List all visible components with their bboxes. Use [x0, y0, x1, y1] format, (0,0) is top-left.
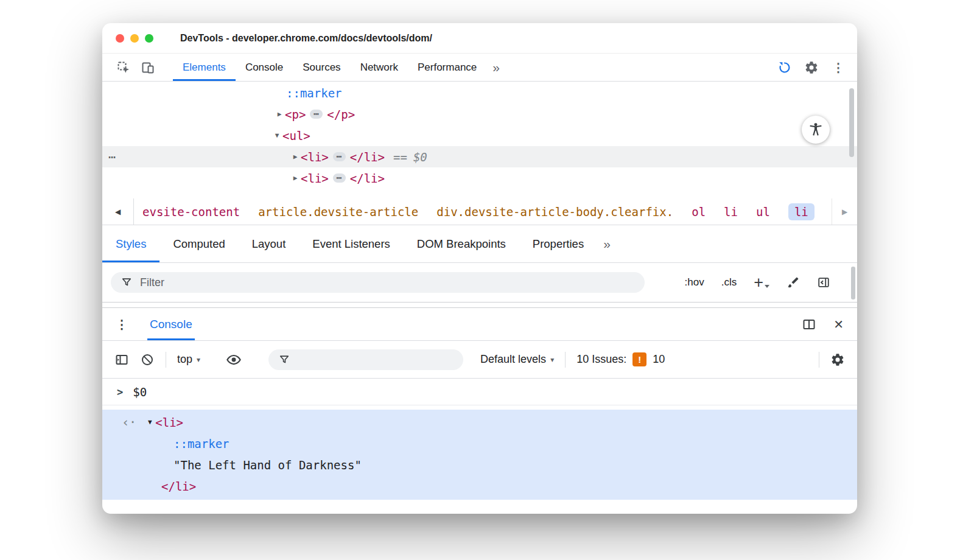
inspect-element-icon[interactable] — [113, 57, 134, 78]
accessibility-person-icon[interactable] — [802, 116, 830, 144]
console-settings-gear-icon[interactable] — [830, 352, 845, 367]
tab-event-listeners[interactable]: Event Listeners — [299, 225, 404, 262]
result-tag-open-li: <li> — [155, 416, 183, 429]
chevron-down-icon: ▾ — [197, 355, 200, 364]
tree-row-ul[interactable]: ▼ <ul> — [102, 125, 857, 146]
context-selector[interactable]: top ▾ — [177, 353, 200, 366]
expand-arrow-icon[interactable]: ▶ — [290, 174, 301, 182]
divider — [819, 352, 819, 368]
console-sidebar-icon[interactable] — [114, 352, 129, 367]
sync-icon[interactable] — [774, 57, 795, 78]
tag-open-p: <p> — [285, 108, 306, 121]
tab-performance[interactable]: Performance — [408, 54, 486, 81]
breadcrumb-item-li[interactable]: li — [724, 205, 738, 219]
inline-expand-button[interactable]: ⋯ — [333, 173, 346, 183]
device-toolbar-icon[interactable] — [138, 57, 158, 78]
tab-computed[interactable]: Computed — [159, 225, 238, 262]
breadcrumb-back-button[interactable]: ◀ — [102, 198, 134, 225]
tab-dom-breakpoints[interactable]: DOM Breakpoints — [404, 225, 519, 262]
more-panels-button[interactable]: » — [486, 60, 506, 75]
drawer-header: ⋮ Console ✕ — [102, 308, 857, 341]
breadcrumb-item-devsite-content[interactable]: evsite-content — [142, 205, 240, 219]
elements-scrollbar[interactable] — [849, 88, 854, 157]
styles-actions: :hov .cls + — [685, 276, 830, 289]
collapse-arrow-icon[interactable]: ▼ — [272, 131, 282, 139]
console-input-chevron-icon: > — [117, 386, 123, 398]
styles-scrollbar[interactable] — [851, 267, 855, 299]
close-drawer-icon[interactable]: ✕ — [833, 317, 844, 332]
result-row-text[interactable]: "The Left Hand of Darkness" — [102, 454, 857, 475]
close-window-button[interactable] — [116, 34, 124, 43]
expand-arrow-icon[interactable]: ▶ — [290, 153, 301, 161]
minimize-window-button[interactable] — [130, 34, 139, 43]
tree-row-marker[interactable]: ::marker — [102, 82, 857, 103]
result-row-li-open[interactable]: ‹· ▼ <li> — [102, 411, 857, 433]
breadcrumb-item-ol[interactable]: ol — [692, 205, 706, 219]
tree-row-li[interactable]: ▶ <li> ⋯ </li> — [102, 167, 857, 189]
breadcrumb-forward-button[interactable]: ▶ — [832, 198, 857, 225]
styles-tabs: Styles Computed Layout Event Listeners D… — [102, 225, 857, 263]
brush-icon[interactable] — [787, 276, 800, 289]
tab-console-drawer[interactable]: Console — [147, 308, 195, 340]
console-filter-input[interactable] — [268, 349, 463, 370]
styles-filter-placeholder: Filter — [140, 276, 164, 289]
gutter-more-icon[interactable]: ⋯ — [108, 150, 116, 164]
tab-network[interactable]: Network — [351, 54, 408, 81]
console-eval-row[interactable]: > $0 — [102, 379, 857, 405]
issues-counter[interactable]: 10 Issues: ! 10 — [576, 352, 665, 366]
drawer-header-right: ✕ — [802, 317, 844, 332]
inline-expand-button[interactable]: ⋯ — [333, 152, 346, 161]
inline-expand-button[interactable]: ⋯ — [310, 110, 323, 119]
tag-open-ul: <ul> — [282, 129, 310, 142]
expand-arrow-icon[interactable]: ▶ — [274, 110, 285, 118]
panel-tabs: Elements Console Sources Network Perform… — [173, 54, 486, 81]
styles-more-tabs-button[interactable]: » — [597, 237, 617, 251]
clear-console-icon[interactable] — [140, 352, 155, 367]
issues-label: 10 Issues: — [576, 353, 626, 366]
filter-funnel-icon — [121, 276, 133, 289]
new-style-rule-button[interactable]: + — [754, 276, 769, 289]
console-result-block[interactable]: ‹· ▼ <li> ::marker "The Left Hand of Dar… — [102, 410, 857, 500]
split-panel-icon[interactable] — [802, 317, 816, 332]
breadcrumb-item-article-body[interactable]: div.devsite-article-body.clearfix. — [436, 205, 673, 219]
elements-panel: ::marker ▶ <p> ⋯ </p> ▼ <ul> ⋯ ▶ <li> ⋯ … — [102, 82, 857, 198]
tab-sources[interactable]: Sources — [293, 54, 350, 81]
tab-styles[interactable]: Styles — [102, 225, 159, 262]
tab-layout[interactable]: Layout — [239, 225, 300, 262]
styles-filter-input[interactable]: Filter — [111, 272, 645, 293]
dock-sidebar-icon[interactable] — [817, 276, 830, 289]
breadcrumb-item-article[interactable]: article.devsite-article — [258, 205, 418, 219]
breadcrumb-item-li-selected[interactable]: li — [788, 203, 815, 220]
drawer-kebab-menu-icon[interactable]: ⋮ — [116, 317, 128, 332]
divider — [166, 352, 166, 368]
breadcrumb: ◀ evsite-content article.devsite-article… — [102, 198, 857, 225]
tab-elements[interactable]: Elements — [173, 54, 236, 81]
divider — [565, 352, 566, 368]
kebab-menu-icon[interactable]: ⋮ — [828, 57, 849, 78]
fullscreen-window-button[interactable] — [145, 34, 153, 43]
tab-console[interactable]: Console — [236, 54, 293, 81]
tree-row-p[interactable]: ▶ <p> ⋯ </p> — [102, 103, 857, 125]
element-classes-button[interactable]: .cls — [721, 276, 737, 289]
console-drawer: ⋮ Console ✕ top ▾ — [102, 307, 857, 514]
collapse-arrow-icon[interactable]: ▼ — [144, 418, 155, 426]
result-row-marker[interactable]: ::marker — [102, 433, 857, 454]
tag-close-li: </li> — [350, 172, 385, 185]
breadcrumb-item-ul[interactable]: ul — [756, 205, 770, 219]
tag-close-li: </li> — [350, 150, 385, 164]
breadcrumb-list: evsite-content article.devsite-article d… — [134, 203, 832, 220]
tag-open-li: <li> — [301, 172, 329, 185]
toolbar-left-icons — [113, 57, 158, 78]
result-chevron-icon: ‹· — [122, 415, 136, 430]
settings-gear-icon[interactable] — [801, 57, 822, 78]
log-levels-dropdown[interactable]: Default levels ▾ — [480, 353, 554, 366]
tab-properties[interactable]: Properties — [519, 225, 597, 262]
toggle-element-state-button[interactable]: :hov — [685, 276, 704, 289]
console-toolbar: top ▾ Default levels ▾ 10 Issues: ! 10 — [102, 341, 857, 379]
result-row-li-close[interactable]: </li> — [102, 475, 857, 497]
tag-close-p: </p> — [327, 108, 355, 121]
tree-row-li-selected[interactable]: ⋯ ▶ <li> ⋯ </li> == $0 — [102, 146, 857, 167]
tag-open-li: <li> — [301, 150, 329, 164]
live-expression-eye-icon[interactable] — [226, 352, 242, 368]
equals-hint: == — [393, 150, 407, 164]
